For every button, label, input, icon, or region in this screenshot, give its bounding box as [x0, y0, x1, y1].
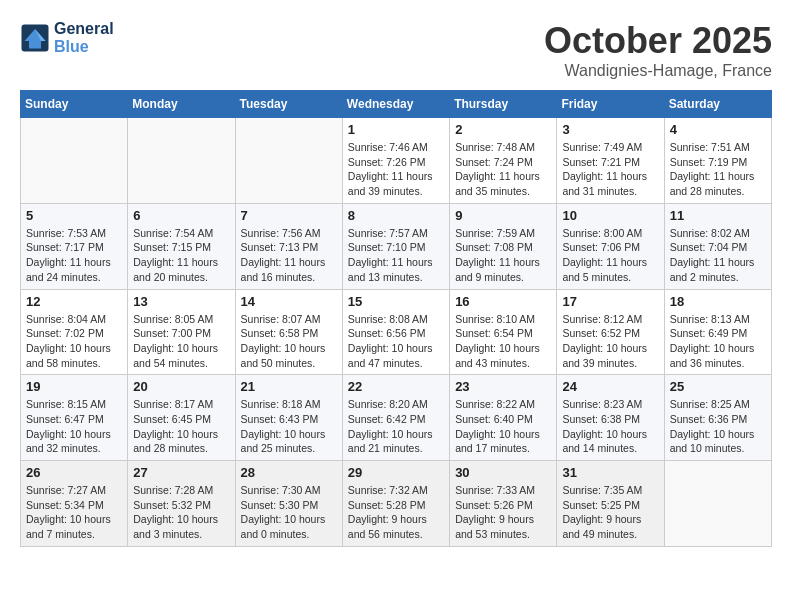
cell-info: Sunrise: 7:33 AM Sunset: 5:26 PM Dayligh… — [455, 483, 551, 542]
cell-info: Sunrise: 8:00 AM Sunset: 7:06 PM Dayligh… — [562, 226, 658, 285]
cell-info: Sunrise: 8:25 AM Sunset: 6:36 PM Dayligh… — [670, 397, 766, 456]
cell-info: Sunrise: 8:23 AM Sunset: 6:38 PM Dayligh… — [562, 397, 658, 456]
cell-info: Sunrise: 8:10 AM Sunset: 6:54 PM Dayligh… — [455, 312, 551, 371]
cell-info: Sunrise: 8:17 AM Sunset: 6:45 PM Dayligh… — [133, 397, 229, 456]
calendar-cell: 31Sunrise: 7:35 AM Sunset: 5:25 PM Dayli… — [557, 461, 664, 547]
title-area: October 2025 Wandignies-Hamage, France — [544, 20, 772, 80]
calendar-cell: 29Sunrise: 7:32 AM Sunset: 5:28 PM Dayli… — [342, 461, 449, 547]
cell-day-number: 26 — [26, 465, 122, 480]
calendar-cell: 14Sunrise: 8:07 AM Sunset: 6:58 PM Dayli… — [235, 289, 342, 375]
calendar-cell — [664, 461, 771, 547]
calendar-cell: 19Sunrise: 8:15 AM Sunset: 6:47 PM Dayli… — [21, 375, 128, 461]
cell-day-number: 4 — [670, 122, 766, 137]
calendar-cell: 18Sunrise: 8:13 AM Sunset: 6:49 PM Dayli… — [664, 289, 771, 375]
cell-day-number: 2 — [455, 122, 551, 137]
cell-info: Sunrise: 8:13 AM Sunset: 6:49 PM Dayligh… — [670, 312, 766, 371]
logo-text: General Blue — [54, 20, 114, 56]
calendar-cell: 10Sunrise: 8:00 AM Sunset: 7:06 PM Dayli… — [557, 203, 664, 289]
day-headers: SundayMondayTuesdayWednesdayThursdayFrid… — [21, 91, 772, 118]
cell-info: Sunrise: 8:08 AM Sunset: 6:56 PM Dayligh… — [348, 312, 444, 371]
calendar-cell: 17Sunrise: 8:12 AM Sunset: 6:52 PM Dayli… — [557, 289, 664, 375]
calendar-cell: 12Sunrise: 8:04 AM Sunset: 7:02 PM Dayli… — [21, 289, 128, 375]
calendar-cell: 13Sunrise: 8:05 AM Sunset: 7:00 PM Dayli… — [128, 289, 235, 375]
cell-day-number: 10 — [562, 208, 658, 223]
cell-day-number: 16 — [455, 294, 551, 309]
cell-info: Sunrise: 7:27 AM Sunset: 5:34 PM Dayligh… — [26, 483, 122, 542]
cell-info: Sunrise: 8:12 AM Sunset: 6:52 PM Dayligh… — [562, 312, 658, 371]
cell-info: Sunrise: 7:48 AM Sunset: 7:24 PM Dayligh… — [455, 140, 551, 199]
cell-info: Sunrise: 8:04 AM Sunset: 7:02 PM Dayligh… — [26, 312, 122, 371]
calendar-cell: 7Sunrise: 7:56 AM Sunset: 7:13 PM Daylig… — [235, 203, 342, 289]
calendar-cell: 24Sunrise: 8:23 AM Sunset: 6:38 PM Dayli… — [557, 375, 664, 461]
cell-info: Sunrise: 7:57 AM Sunset: 7:10 PM Dayligh… — [348, 226, 444, 285]
calendar-cell: 9Sunrise: 7:59 AM Sunset: 7:08 PM Daylig… — [450, 203, 557, 289]
cell-info: Sunrise: 7:30 AM Sunset: 5:30 PM Dayligh… — [241, 483, 337, 542]
cell-day-number: 17 — [562, 294, 658, 309]
calendar-cell: 26Sunrise: 7:27 AM Sunset: 5:34 PM Dayli… — [21, 461, 128, 547]
cell-day-number: 14 — [241, 294, 337, 309]
cell-day-number: 9 — [455, 208, 551, 223]
cell-info: Sunrise: 7:54 AM Sunset: 7:15 PM Dayligh… — [133, 226, 229, 285]
cell-info: Sunrise: 7:32 AM Sunset: 5:28 PM Dayligh… — [348, 483, 444, 542]
cell-day-number: 3 — [562, 122, 658, 137]
calendar-cell: 15Sunrise: 8:08 AM Sunset: 6:56 PM Dayli… — [342, 289, 449, 375]
cell-day-number: 31 — [562, 465, 658, 480]
cell-day-number: 7 — [241, 208, 337, 223]
day-header-wednesday: Wednesday — [342, 91, 449, 118]
calendar-cell: 4Sunrise: 7:51 AM Sunset: 7:19 PM Daylig… — [664, 118, 771, 204]
cell-info: Sunrise: 7:56 AM Sunset: 7:13 PM Dayligh… — [241, 226, 337, 285]
cell-day-number: 24 — [562, 379, 658, 394]
cell-day-number: 27 — [133, 465, 229, 480]
calendar-cell — [235, 118, 342, 204]
cell-info: Sunrise: 8:15 AM Sunset: 6:47 PM Dayligh… — [26, 397, 122, 456]
cell-day-number: 30 — [455, 465, 551, 480]
calendar-cell — [21, 118, 128, 204]
cell-day-number: 21 — [241, 379, 337, 394]
cell-day-number: 5 — [26, 208, 122, 223]
cell-day-number: 20 — [133, 379, 229, 394]
day-header-sunday: Sunday — [21, 91, 128, 118]
day-header-saturday: Saturday — [664, 91, 771, 118]
calendar-cell: 2Sunrise: 7:48 AM Sunset: 7:24 PM Daylig… — [450, 118, 557, 204]
cell-day-number: 15 — [348, 294, 444, 309]
cell-info: Sunrise: 8:07 AM Sunset: 6:58 PM Dayligh… — [241, 312, 337, 371]
day-header-monday: Monday — [128, 91, 235, 118]
cell-info: Sunrise: 7:28 AM Sunset: 5:32 PM Dayligh… — [133, 483, 229, 542]
cell-info: Sunrise: 7:51 AM Sunset: 7:19 PM Dayligh… — [670, 140, 766, 199]
location-title: Wandignies-Hamage, France — [544, 62, 772, 80]
page-header: General Blue October 2025 Wandignies-Ham… — [20, 20, 772, 80]
calendar-cell: 23Sunrise: 8:22 AM Sunset: 6:40 PM Dayli… — [450, 375, 557, 461]
calendar-cell: 16Sunrise: 8:10 AM Sunset: 6:54 PM Dayli… — [450, 289, 557, 375]
cell-info: Sunrise: 7:49 AM Sunset: 7:21 PM Dayligh… — [562, 140, 658, 199]
cell-info: Sunrise: 7:35 AM Sunset: 5:25 PM Dayligh… — [562, 483, 658, 542]
cell-day-number: 25 — [670, 379, 766, 394]
calendar-cell: 1Sunrise: 7:46 AM Sunset: 7:26 PM Daylig… — [342, 118, 449, 204]
cell-day-number: 11 — [670, 208, 766, 223]
calendar-cell: 8Sunrise: 7:57 AM Sunset: 7:10 PM Daylig… — [342, 203, 449, 289]
calendar-cell: 20Sunrise: 8:17 AM Sunset: 6:45 PM Dayli… — [128, 375, 235, 461]
calendar-cell: 11Sunrise: 8:02 AM Sunset: 7:04 PM Dayli… — [664, 203, 771, 289]
cell-info: Sunrise: 8:18 AM Sunset: 6:43 PM Dayligh… — [241, 397, 337, 456]
cell-day-number: 23 — [455, 379, 551, 394]
cell-info: Sunrise: 7:59 AM Sunset: 7:08 PM Dayligh… — [455, 226, 551, 285]
logo: General Blue — [20, 20, 114, 56]
cell-info: Sunrise: 7:53 AM Sunset: 7:17 PM Dayligh… — [26, 226, 122, 285]
calendar-cell: 30Sunrise: 7:33 AM Sunset: 5:26 PM Dayli… — [450, 461, 557, 547]
cell-day-number: 29 — [348, 465, 444, 480]
calendar-cell: 28Sunrise: 7:30 AM Sunset: 5:30 PM Dayli… — [235, 461, 342, 547]
cell-day-number: 18 — [670, 294, 766, 309]
calendar-cell: 22Sunrise: 8:20 AM Sunset: 6:42 PM Dayli… — [342, 375, 449, 461]
calendar-cell: 6Sunrise: 7:54 AM Sunset: 7:15 PM Daylig… — [128, 203, 235, 289]
calendar-cell: 27Sunrise: 7:28 AM Sunset: 5:32 PM Dayli… — [128, 461, 235, 547]
day-header-tuesday: Tuesday — [235, 91, 342, 118]
cell-day-number: 6 — [133, 208, 229, 223]
calendar-cell: 25Sunrise: 8:25 AM Sunset: 6:36 PM Dayli… — [664, 375, 771, 461]
cell-day-number: 13 — [133, 294, 229, 309]
calendar-table: SundayMondayTuesdayWednesdayThursdayFrid… — [20, 90, 772, 547]
cell-day-number: 8 — [348, 208, 444, 223]
cell-info: Sunrise: 7:46 AM Sunset: 7:26 PM Dayligh… — [348, 140, 444, 199]
cell-info: Sunrise: 8:02 AM Sunset: 7:04 PM Dayligh… — [670, 226, 766, 285]
calendar-cell — [128, 118, 235, 204]
logo-icon — [20, 23, 50, 53]
cell-info: Sunrise: 8:22 AM Sunset: 6:40 PM Dayligh… — [455, 397, 551, 456]
